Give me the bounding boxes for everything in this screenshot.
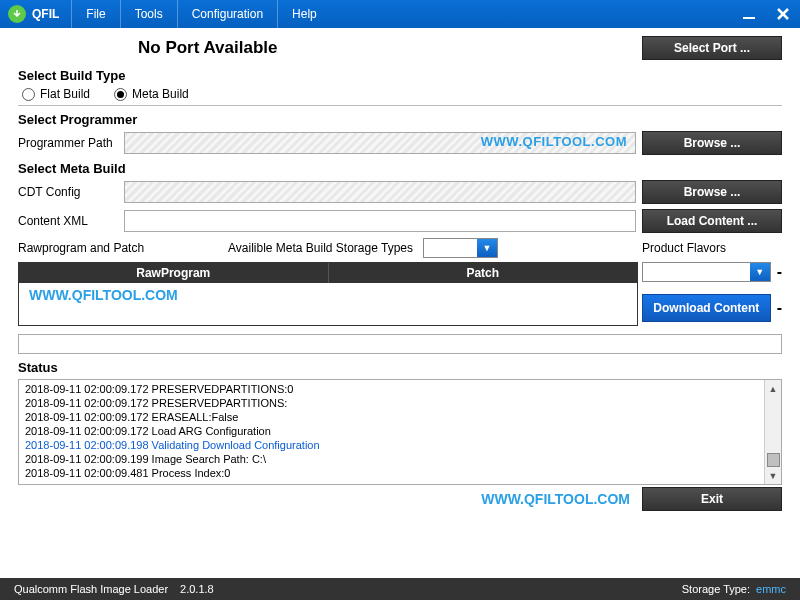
titlebar: QFIL File Tools Configuration Help	[0, 0, 800, 28]
watermark-text: WWW.QFILTOOL.COM	[18, 491, 642, 507]
dash-icon: -	[775, 263, 782, 281]
separator-box	[18, 334, 782, 354]
exit-button[interactable]: Exit	[642, 487, 782, 511]
chevron-down-icon: ▼	[477, 239, 497, 257]
meta-build-radio[interactable]: Meta Build	[114, 87, 189, 101]
menu-configuration[interactable]: Configuration	[177, 0, 277, 28]
programmer-title: Select Programmer	[18, 112, 782, 127]
cdt-config-label: CDT Config	[18, 185, 118, 199]
menu-tools[interactable]: Tools	[120, 0, 177, 28]
programmer-path-label: Programmer Path	[18, 136, 118, 150]
download-content-button[interactable]: Download Content	[642, 294, 771, 322]
status-line: 2018-09-11 02:00:09.172 PRESERVEDPARTITI…	[25, 382, 758, 396]
status-line: 2018-09-11 02:00:09.172 PRESERVEDPARTITI…	[25, 396, 758, 410]
meta-build-title: Select Meta Build	[18, 161, 782, 176]
patch-column[interactable]: Patch	[329, 263, 638, 283]
flat-build-radio[interactable]: Flat Build	[22, 87, 90, 101]
chevron-down-icon: ▼	[750, 263, 770, 281]
cdt-browse-button[interactable]: Browse ...	[642, 180, 782, 204]
programmer-path-input[interactable]: WWW.QFILTOOL.COM	[124, 132, 636, 154]
scroll-up-icon[interactable]: ▲	[765, 380, 781, 397]
close-button[interactable]	[766, 0, 800, 28]
status-line: 2018-09-11 02:00:09.481 Process Index:0	[25, 466, 758, 480]
product-flavors-label: Product Flavors	[642, 241, 782, 255]
table-cell: WWW.QFILTOOL.COM	[19, 283, 328, 307]
status-line: 2018-09-11 02:00:09.172 Load ARG Configu…	[25, 424, 758, 438]
scroll-down-icon[interactable]: ▼	[765, 467, 781, 484]
load-content-button[interactable]: Load Content ...	[642, 209, 782, 233]
avail-storage-label: Availible Meta Build Storage Types	[228, 241, 413, 255]
status-line: 2018-09-11 02:00:09.172 ERASEALL:False	[25, 410, 758, 424]
app-title: QFIL	[32, 7, 71, 21]
meta-build-label: Meta Build	[132, 87, 189, 101]
flat-build-label: Flat Build	[40, 87, 90, 101]
build-type-title: Select Build Type	[18, 68, 782, 83]
content-xml-label: Content XML	[18, 214, 118, 228]
status-title: Status	[18, 360, 782, 375]
menu-file[interactable]: File	[71, 0, 119, 28]
product-flavor-select[interactable]: ▼	[642, 262, 771, 282]
storage-type-label: Storage Type:	[682, 583, 750, 595]
scroll-thumb[interactable]	[767, 453, 780, 467]
select-port-button[interactable]: Select Port ...	[642, 36, 782, 60]
table-row[interactable]: WWW.QFILTOOL.COM	[19, 283, 637, 307]
product-name: Qualcomm Flash Image Loader	[14, 583, 168, 595]
status-log: 2018-09-11 02:00:09.172 PRESERVEDPARTITI…	[18, 379, 782, 485]
rawprogram-label: Rawprogram and Patch	[18, 241, 148, 255]
cdt-config-input[interactable]	[124, 181, 636, 203]
version-text: 2.0.1.8	[180, 583, 214, 595]
dash-icon: -	[775, 299, 782, 317]
programmer-browse-button[interactable]: Browse ...	[642, 131, 782, 155]
watermark-text: WWW.QFILTOOL.COM	[481, 134, 627, 149]
radio-icon	[114, 88, 127, 101]
minimize-button[interactable]	[732, 0, 766, 28]
rawprogram-column[interactable]: RawProgram	[19, 263, 329, 283]
port-status-title: No Port Available	[18, 38, 642, 58]
rawprogram-table: RawProgram Patch WWW.QFILTOOL.COM	[18, 262, 638, 326]
app-icon	[8, 5, 26, 23]
radio-icon	[22, 88, 35, 101]
storage-type-select[interactable]: ▼	[423, 238, 498, 258]
content-xml-input[interactable]	[124, 210, 636, 232]
statusbar: Qualcomm Flash Image Loader 2.0.1.8 Stor…	[0, 578, 800, 600]
menu-help[interactable]: Help	[277, 0, 331, 28]
scrollbar[interactable]: ▲ ▼	[764, 380, 781, 484]
status-line: 2018-09-11 02:00:09.199 Image Search Pat…	[25, 452, 758, 466]
status-line: 2018-09-11 02:00:09.198 Validating Downl…	[25, 438, 758, 452]
storage-type-value: emmc	[756, 583, 786, 595]
